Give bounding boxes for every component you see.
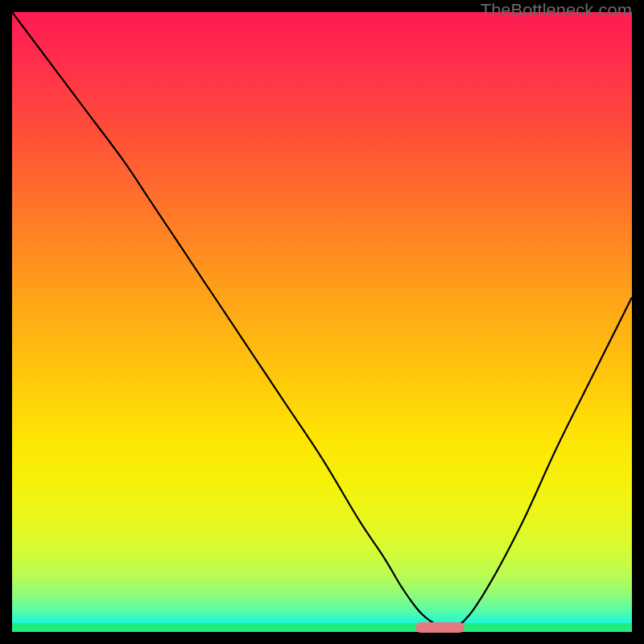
watermark-text: TheBottleneck.com — [481, 0, 632, 21]
bottleneck-curve — [12, 12, 632, 632]
chart-container: TheBottleneck.com — [0, 0, 644, 644]
optimal-range-marker — [415, 622, 465, 633]
